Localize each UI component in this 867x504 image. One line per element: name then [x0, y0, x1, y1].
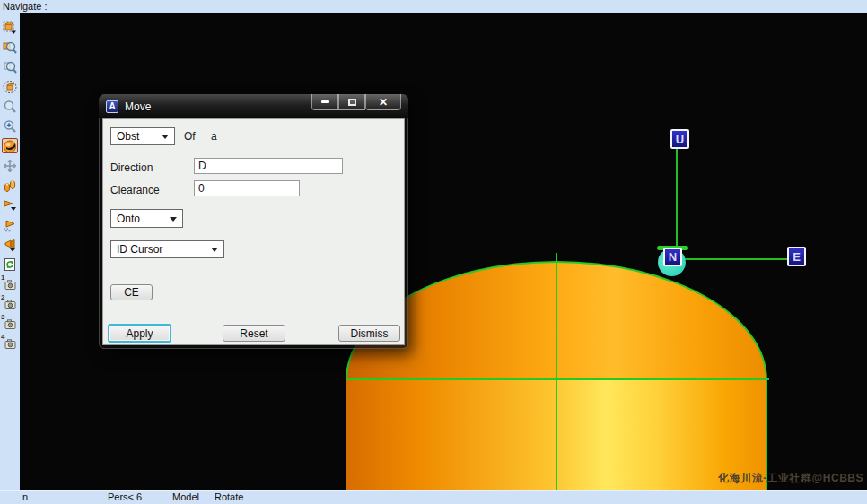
- center-axis-line: [556, 253, 557, 490]
- watermark-text: 化海川流-工业社群@HCBBS: [718, 471, 863, 486]
- zoom-selection-icon[interactable]: [2, 39, 18, 55]
- move-dialog: A Move ✕ Obst Of a Direction Clearance O…: [99, 94, 408, 349]
- close-button[interactable]: ✕: [365, 94, 401, 110]
- chevron-down-icon: [211, 248, 218, 252]
- zoom-in-icon[interactable]: [2, 118, 18, 134]
- saved-view-2-icon[interactable]: 2: [2, 296, 18, 311]
- up-handle-line[interactable]: [676, 149, 678, 249]
- minimize-button[interactable]: [311, 94, 338, 110]
- fly-through-icon[interactable]: [2, 217, 18, 232]
- clearance-label: Clearance: [110, 184, 160, 196]
- dialog-title: Move: [125, 100, 151, 113]
- saved-view-4-icon[interactable]: 4: [2, 335, 18, 351]
- status-perspective[interactable]: Pers< 6: [108, 491, 142, 502]
- select-box-icon[interactable]: [2, 20, 18, 35]
- fly-down-icon[interactable]: [2, 197, 18, 213]
- reset-button[interactable]: Reset: [223, 325, 285, 342]
- minimize-icon: [321, 100, 329, 103]
- saved-view-1-label: 1: [1, 274, 4, 282]
- saved-view-2-label: 2: [1, 293, 4, 301]
- of-value: a: [211, 130, 217, 143]
- close-icon: ✕: [379, 96, 388, 109]
- dome-cylinder-seam: [346, 378, 769, 380]
- saved-view-3-label: 3: [1, 313, 4, 321]
- navigate-label: Navigate :: [3, 0, 48, 13]
- zoom-out-icon[interactable]: [2, 99, 18, 114]
- app-logo-icon: A: [106, 100, 118, 113]
- id-cursor-dropdown-value: ID Cursor: [117, 243, 162, 256]
- onto-dropdown-value: Onto: [117, 213, 140, 225]
- zoom-named-view-icon[interactable]: [2, 59, 18, 74]
- dismiss-button[interactable]: Dismiss: [338, 325, 400, 342]
- east-handle-line[interactable]: [682, 258, 788, 260]
- of-label: Of: [184, 130, 196, 143]
- view-toolbar: 1 2 3 4: [0, 13, 20, 490]
- north-handle-label[interactable]: N: [663, 248, 682, 266]
- chevron-down-icon: [170, 217, 177, 222]
- navigate-bar: Navigate :: [0, 0, 867, 13]
- onto-dropdown[interactable]: Onto: [110, 209, 183, 228]
- walkthrough-icon[interactable]: [2, 138, 18, 153]
- maximize-button[interactable]: [338, 94, 365, 110]
- look-direction-icon[interactable]: [2, 237, 18, 252]
- obst-dropdown-value: Obst: [117, 130, 139, 143]
- saved-view-3-icon[interactable]: 3: [2, 316, 18, 331]
- chevron-down-icon: [162, 135, 169, 139]
- clearance-input[interactable]: [194, 180, 300, 196]
- obst-dropdown[interactable]: Obst: [110, 127, 175, 145]
- up-handle-label[interactable]: U: [670, 129, 689, 149]
- status-prompt: n: [22, 491, 28, 502]
- status-bar: n Pers< 6 Model Rotate: [0, 490, 867, 504]
- saved-view-4-label: 4: [1, 333, 4, 341]
- walk-mode-icon[interactable]: [2, 178, 18, 193]
- id-cursor-dropdown[interactable]: ID Cursor: [110, 240, 224, 258]
- east-handle-label[interactable]: E: [787, 247, 806, 266]
- refresh-view-icon[interactable]: [2, 256, 18, 272]
- window-controls: ✕: [311, 94, 401, 110]
- ce-button[interactable]: CE: [110, 284, 153, 300]
- maximize-icon: [348, 99, 356, 106]
- status-model-mode[interactable]: Model: [172, 491, 199, 502]
- direction-label: Direction: [110, 161, 153, 174]
- saved-view-1-icon[interactable]: 1: [2, 276, 18, 291]
- move-dialog-body: Obst Of a Direction Clearance Onto ID Cu…: [102, 118, 405, 345]
- pan-icon[interactable]: [2, 158, 18, 173]
- view-limits-icon[interactable]: [2, 79, 18, 94]
- apply-button[interactable]: Apply: [108, 324, 171, 343]
- status-rotate-mode[interactable]: Rotate: [215, 491, 243, 502]
- direction-input[interactable]: [194, 158, 343, 174]
